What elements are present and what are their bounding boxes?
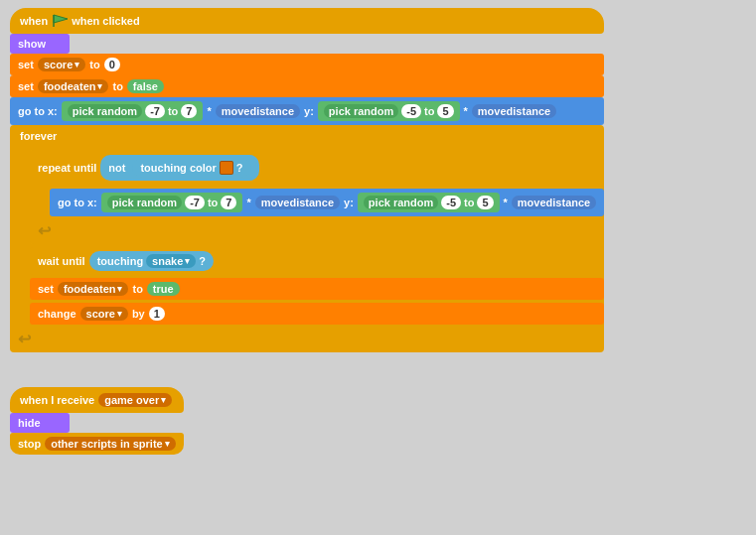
question-mark: ? [236, 162, 243, 174]
y-n2b[interactable]: 5 [437, 104, 453, 118]
x-operator: pick random -7 to 7 [62, 101, 204, 121]
receive-block: when I receive game over [10, 387, 184, 413]
inner-y: y: [344, 197, 354, 208]
question-mark2: ? [199, 255, 206, 267]
wait-until-block: wait until touching snake ? [30, 247, 604, 275]
score-val[interactable]: 0 [104, 58, 120, 71]
score-dropdown[interactable]: score [38, 58, 85, 71]
to-label3: to [168, 105, 178, 117]
touching-color-block: touching color ? [132, 158, 250, 178]
goto-label: go to x: [18, 105, 58, 117]
change-var-dropdown[interactable]: score [80, 307, 128, 321]
show-block: show [10, 34, 70, 54]
stop-dropdown[interactable]: other scripts in sprite [45, 437, 175, 451]
inner-to2: to [464, 197, 474, 208]
wait-until-label: wait until [38, 255, 85, 267]
touching-label: touching [97, 255, 143, 267]
snake-dropdown[interactable]: snake [146, 254, 196, 268]
true-val[interactable]: true [147, 282, 180, 296]
set-score-block: set score to 0 [10, 54, 604, 75]
pick-random-label1: pick random [68, 104, 142, 118]
inner-n2a[interactable]: -5 [441, 196, 461, 209]
inner-mult2: * [504, 197, 508, 208]
set-label2: set [18, 80, 34, 92]
stop-block: stop other scripts in sprite [10, 433, 184, 455]
not-block: not touching color ? [100, 155, 258, 181]
inner-y-operator: pick random -5 to 5 [358, 193, 500, 212]
inner-n2b[interactable]: 5 [477, 196, 493, 209]
color-swatch[interactable] [220, 161, 233, 175]
inner-n1b[interactable]: 7 [221, 196, 236, 209]
by-label: by [132, 308, 145, 320]
change-score-block: change score by 1 [30, 303, 604, 325]
inner-n1a[interactable]: -7 [185, 196, 205, 209]
false-val[interactable]: false [127, 79, 164, 93]
touching-snake-block: touching snake ? [89, 251, 214, 271]
to-label4: to [424, 105, 434, 117]
flag-icon [52, 14, 70, 28]
forever-label: forever [20, 130, 57, 142]
change-label: change [38, 308, 76, 320]
pick-random-label2: pick random [324, 104, 398, 118]
goto-block: go to x: pick random -7 to 7 * movedista… [10, 97, 604, 125]
inner-goto-block: go to x: pick random -7 to 7 * movedista… [50, 189, 604, 216]
inner-pick1: pick random [107, 196, 182, 209]
repeat-until-label: repeat until [38, 162, 96, 174]
show-label: show [18, 38, 46, 50]
hide-block: hide [10, 413, 70, 433]
inner-goto-label: go to x: [58, 197, 97, 208]
forever-body: repeat until not touching color ? [30, 147, 604, 328]
gameover-dropdown[interactable]: game over [98, 393, 172, 407]
y-operator: pick random -5 to 5 [318, 101, 460, 121]
touching-color-label: touching color [140, 162, 216, 174]
hide-label: hide [18, 417, 41, 429]
y-label: y: [304, 105, 314, 117]
x-n1b[interactable]: 7 [181, 104, 197, 118]
foodeaten2-dropdown[interactable]: foodeaten [58, 282, 129, 296]
foodeaten-dropdown[interactable]: foodeaten [38, 79, 109, 93]
stop-label: stop [18, 438, 41, 450]
set-foodeaten2-block: set foodeaten to true [30, 278, 604, 300]
change-val[interactable]: 1 [149, 307, 165, 321]
x-n1a[interactable]: -7 [145, 104, 165, 118]
mult1: * [207, 105, 211, 117]
inner-pick2: pick random [364, 196, 438, 209]
clicked-label: when clicked [72, 15, 139, 27]
inner-movedistance1[interactable]: movedistance [255, 196, 340, 209]
set2-label: set [38, 283, 54, 295]
set-foodeaten-block: set foodeaten to false [10, 75, 604, 97]
set2-to: to [132, 283, 142, 295]
repeat-until-body: go to x: pick random -7 to 7 * movedista… [50, 186, 604, 219]
inner-x-operator: pick random -7 to 7 [101, 193, 243, 212]
forever-arrow: ↩ [10, 328, 604, 352]
when-label: when [20, 15, 48, 27]
set-label1: set [18, 59, 34, 70]
inner-mult1: * [246, 197, 250, 208]
repeat-until-header: repeat until not touching color ? [30, 150, 604, 186]
to-label1: to [89, 59, 99, 70]
repeat-arrow: ↩ [30, 219, 604, 244]
receive-label: when I receive [20, 394, 94, 406]
repeat-until-block: repeat until not touching color ? [30, 150, 604, 244]
when-clicked-block: when when clicked [10, 8, 604, 34]
movedistance2[interactable]: movedistance [472, 104, 556, 118]
inner-to1: to [208, 197, 218, 208]
movedistance1[interactable]: movedistance [216, 104, 300, 118]
y-n2a[interactable]: -5 [401, 104, 421, 118]
to-label2: to [112, 80, 122, 92]
forever-header: forever [10, 125, 604, 147]
mult2: * [464, 105, 468, 117]
forever-block: forever repeat until not touching color [10, 125, 604, 352]
svg-marker-0 [54, 15, 68, 23]
not-label: not [108, 162, 125, 174]
inner-movedistance2[interactable]: movedistance [512, 196, 596, 209]
